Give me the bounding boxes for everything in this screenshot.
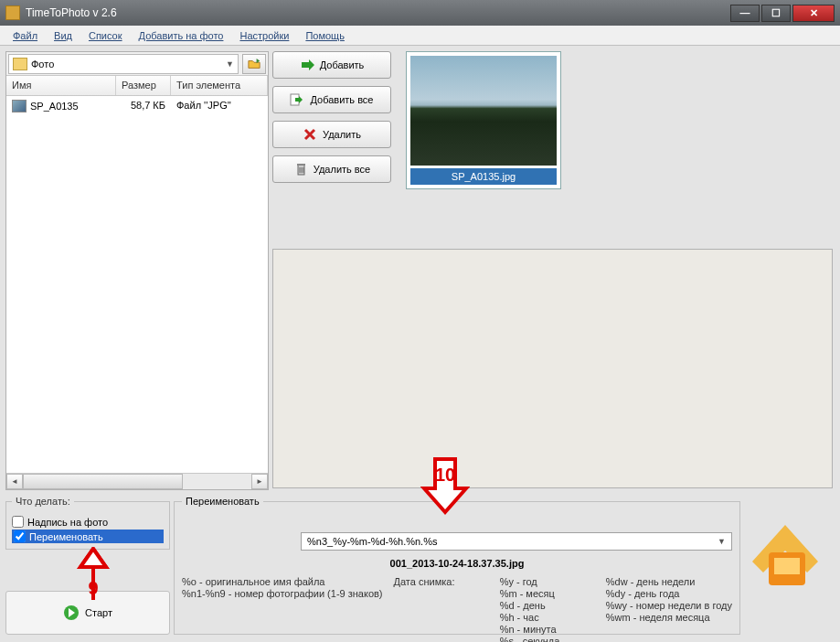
titlebar: TimeToPhoto v 2.6 — ☐ ✕ (0, 0, 840, 26)
add-all-button[interactable]: Добавить все (272, 86, 391, 113)
hint-wy: %wy - номер недели в году (606, 600, 732, 611)
hint-n: %n1-%n9 - номер фотографии (1-9 знаков) (182, 588, 383, 599)
app-logo-stamp (743, 507, 827, 598)
hint-wm: %wm - неделя месяца (606, 612, 732, 623)
col-type[interactable]: Тип элемента (171, 76, 268, 95)
rename-checkbox[interactable] (14, 530, 26, 542)
what-to-do-group: Что делать: Надпись на фото Переименоват… (5, 496, 170, 550)
scroll-thumb[interactable] (23, 474, 183, 489)
add-button[interactable]: Добавить (272, 51, 391, 79)
pattern-select[interactable]: %n3_%y-%m-%d-%h.%n.%s ▼ (301, 532, 732, 551)
scroll-right-icon[interactable]: ► (251, 474, 268, 489)
chevron-down-icon: ▼ (718, 537, 726, 546)
hint-h: %h - час (500, 612, 595, 623)
hint-m: %m - месяц (500, 588, 595, 599)
app-icon (5, 5, 20, 20)
hint-s: %s - секунда (500, 636, 595, 642)
add-all-label: Добавить все (310, 94, 373, 105)
maximize-button[interactable]: ☐ (761, 5, 791, 22)
file-panel: Фото ▼ Имя Размер Тип элемента SP_A0135 … (5, 51, 269, 490)
window-title: TimeToPhoto v 2.6 (26, 6, 730, 19)
hint-dw: %dw - день недели (606, 576, 732, 587)
hint-y: %y - год (500, 576, 595, 587)
menu-settings[interactable]: Настройки (232, 28, 296, 43)
hint-date-title: Дата снимка: (394, 576, 489, 587)
what-legend: Что делать: (12, 496, 74, 507)
rename-label: Переименовать (29, 531, 103, 542)
example-filename: 001_2013-10-24-18.37.35.jpg (182, 558, 732, 569)
col-size[interactable]: Размер (116, 76, 171, 95)
start-button[interactable]: Старт (5, 591, 170, 635)
thumbnail-filename: SP_A0135.jpg (410, 168, 557, 185)
menu-view[interactable]: Вид (47, 28, 80, 43)
caption-checkbox[interactable] (12, 516, 24, 528)
menu-list[interactable]: Список (81, 28, 130, 43)
menubar: Файл Вид Список Добавить на фото Настрой… (0, 26, 840, 46)
delete-all-label: Удалить все (314, 164, 370, 175)
menu-add-to-photo[interactable]: Добавить на фото (132, 28, 231, 43)
start-label: Старт (85, 607, 112, 618)
col-name[interactable]: Имя (6, 76, 116, 95)
svg-rect-2 (297, 164, 305, 166)
delete-label: Удалить (323, 129, 361, 140)
thumbnail[interactable]: SP_A0135.jpg (406, 51, 561, 189)
minimize-button[interactable]: — (730, 5, 760, 22)
thumbnail-image (410, 56, 557, 166)
file-size: 58,7 КБ (116, 98, 171, 114)
close-button[interactable]: ✕ (792, 5, 835, 22)
file-header[interactable]: Имя Размер Тип элемента (6, 76, 268, 96)
menu-file[interactable]: Файл (5, 28, 45, 43)
file-name: SP_A0135 (30, 101, 79, 112)
folder-name: Фото (31, 59, 54, 70)
horizontal-scrollbar[interactable]: ◄ ► (6, 473, 268, 489)
caption-label: Надпись на фото (27, 517, 108, 528)
file-type: Файл ''JPG'' (171, 98, 268, 114)
chevron-down-icon: ▼ (226, 59, 234, 69)
hint-o: %o - оригинальное имя файла (182, 576, 383, 587)
table-row[interactable]: SP_A0135 58,7 КБ Файл ''JPG'' (6, 96, 268, 116)
svg-rect-5 (774, 558, 800, 574)
rename-legend: Переименовать (182, 496, 263, 507)
hint-min: %n - минута (500, 624, 595, 635)
folder-select[interactable]: Фото ▼ (8, 54, 239, 74)
rename-group: Переименовать %n3_%y-%m-%d-%h.%n.%s ▼ 00… (174, 496, 740, 635)
work-area (272, 249, 833, 488)
image-file-icon (12, 100, 27, 112)
browse-button[interactable] (242, 54, 266, 74)
preview-panel: SP_A0135.jpg (406, 51, 561, 189)
hint-dy: %dy - день года (606, 588, 732, 599)
folder-icon (13, 58, 27, 70)
pattern-hints: %o - оригинальное имя файла %n1-%n9 - но… (182, 576, 732, 642)
pattern-value: %n3_%y-%m-%d-%h.%n.%s (307, 536, 437, 547)
menu-help[interactable]: Помощь (298, 28, 352, 43)
delete-all-button[interactable]: Удалить все (272, 155, 391, 183)
hint-d: %d - день (500, 600, 595, 611)
delete-button[interactable]: Удалить (272, 121, 391, 148)
add-label: Добавить (320, 59, 365, 70)
scroll-left-icon[interactable]: ◄ (6, 474, 23, 489)
